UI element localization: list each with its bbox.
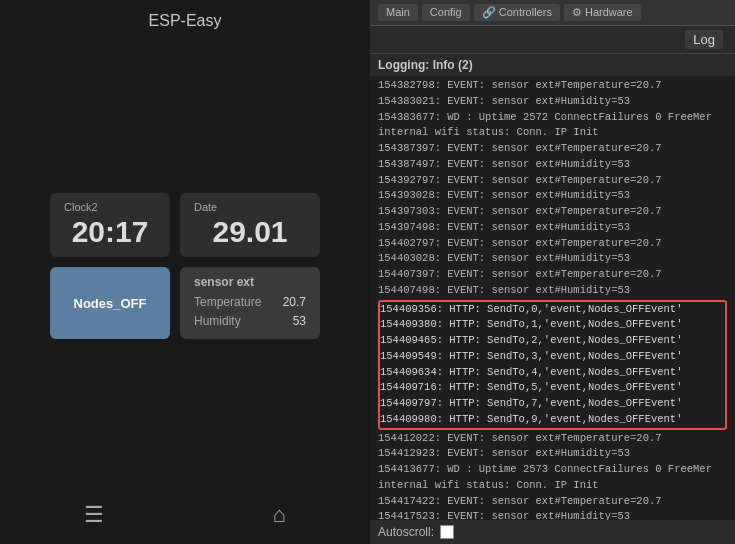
sensor-rows: Temperature20.7Humidity53 <box>194 293 306 331</box>
post-entries: 154412022: EVENT: sensor ext#Temperature… <box>378 431 727 521</box>
autoscroll-label: Autoscroll: <box>378 525 434 539</box>
log-entry: internal wifi status: Conn. IP Init <box>378 125 727 141</box>
log-entry-highlighted: 154409797: HTTP: SendTo,7,'event,Nodes_O… <box>380 396 725 412</box>
sensor-row: Temperature20.7 <box>194 293 306 312</box>
log-entry-highlighted: 154409634: HTTP: SendTo,4,'event,Nodes_O… <box>380 365 725 381</box>
log-title: Logging: Info (2) <box>370 54 735 76</box>
log-entry: 154397303: EVENT: sensor ext#Temperature… <box>378 204 727 220</box>
log-entry: internal wifi status: Conn. IP Init <box>378 478 727 494</box>
pre-entries: 154382798: EVENT: sensor ext#Temperature… <box>378 78 727 299</box>
widgets-area: Clock2 20:17 Date 29.01 Nodes_OFF sensor… <box>0 40 370 492</box>
log-tab[interactable]: Log <box>685 30 723 49</box>
menu-icon[interactable]: ☰ <box>84 502 104 528</box>
log-entry: 154397498: EVENT: sensor ext#Humidity=53 <box>378 220 727 236</box>
log-entry: 154407397: EVENT: sensor ext#Temperature… <box>378 267 727 283</box>
log-entry-highlighted: 154409716: HTTP: SendTo,5,'event,Nodes_O… <box>380 380 725 396</box>
log-entry: 154387397: EVENT: sensor ext#Temperature… <box>378 141 727 157</box>
log-entry: 154382798: EVENT: sensor ext#Temperature… <box>378 78 727 94</box>
date-label: Date <box>194 201 306 213</box>
log-entry: 154413677: WD : Uptime 2573 ConnectFailu… <box>378 462 727 478</box>
sensor-row: Humidity53 <box>194 312 306 331</box>
bottom-bar: ☰ ⌂ <box>0 492 370 544</box>
tab-main[interactable]: Main <box>378 4 418 21</box>
log-entry: 154417523: EVENT: sensor ext#Humidity=53 <box>378 509 727 520</box>
sensor-title: sensor ext <box>194 275 306 289</box>
log-entry-highlighted: 154409380: HTTP: SendTo,1,'event,Nodes_O… <box>380 317 725 333</box>
home-icon[interactable]: ⌂ <box>273 502 286 528</box>
clock-label: Clock2 <box>64 201 156 213</box>
tab-config[interactable]: Config <box>422 4 470 21</box>
autoscroll-row: Autoscroll: <box>370 520 735 544</box>
sensor-val: 20.7 <box>283 293 306 312</box>
log-content[interactable]: 154382798: EVENT: sensor ext#Temperature… <box>370 76 735 520</box>
nav-tab-row: Main Config 🔗 Controllers ⚙ Hardware <box>370 0 735 26</box>
top-widget-row: Clock2 20:17 Date 29.01 <box>50 193 320 257</box>
log-entry: 154417422: EVENT: sensor ext#Temperature… <box>378 494 727 510</box>
autoscroll-checkbox[interactable] <box>440 525 454 539</box>
sensor-widget: sensor ext Temperature20.7Humidity53 <box>180 267 320 339</box>
log-entry: 154393028: EVENT: sensor ext#Humidity=53 <box>378 188 727 204</box>
tab-hardware[interactable]: ⚙ Hardware <box>564 4 641 21</box>
nodes-widget[interactable]: Nodes_OFF <box>50 267 170 339</box>
sensor-key: Humidity <box>194 312 241 331</box>
highlight-box: 154409356: HTTP: SendTo,0,'event,Nodes_O… <box>378 300 727 430</box>
log-entry-highlighted: 154409980: HTTP: SendTo,9,'event,Nodes_O… <box>380 412 725 428</box>
log-entry: 154383677: WD : Uptime 2572 ConnectFailu… <box>378 110 727 126</box>
left-panel: ESP-Easy Clock2 20:17 Date 29.01 Nodes_O… <box>0 0 370 544</box>
log-header: Log <box>370 26 735 54</box>
log-entry-highlighted: 154409465: HTTP: SendTo,2,'event,Nodes_O… <box>380 333 725 349</box>
log-entry: 154403028: EVENT: sensor ext#Humidity=53 <box>378 251 727 267</box>
log-entry-highlighted: 154409549: HTTP: SendTo,3,'event,Nodes_O… <box>380 349 725 365</box>
log-entry: 154392797: EVENT: sensor ext#Temperature… <box>378 173 727 189</box>
sensor-val: 53 <box>293 312 306 331</box>
clock-widget: Clock2 20:17 <box>50 193 170 257</box>
tab-controllers[interactable]: 🔗 Controllers <box>474 4 560 21</box>
sensor-key: Temperature <box>194 293 261 312</box>
log-entry: 154412022: EVENT: sensor ext#Temperature… <box>378 431 727 447</box>
log-entry: 154412923: EVENT: sensor ext#Humidity=53 <box>378 446 727 462</box>
log-entry: 154383021: EVENT: sensor ext#Humidity=53 <box>378 94 727 110</box>
log-entry-highlighted: 154409356: HTTP: SendTo,0,'event,Nodes_O… <box>380 302 725 318</box>
app-title: ESP-Easy <box>149 12 222 30</box>
nodes-label: Nodes_OFF <box>74 296 147 311</box>
date-value: 29.01 <box>194 215 306 249</box>
log-entry: 154407498: EVENT: sensor ext#Humidity=53 <box>378 283 727 299</box>
date-widget: Date 29.01 <box>180 193 320 257</box>
log-entry: 154387497: EVENT: sensor ext#Humidity=53 <box>378 157 727 173</box>
right-panel: Main Config 🔗 Controllers ⚙ Hardware Log… <box>370 0 735 544</box>
bottom-widget-row: Nodes_OFF sensor ext Temperature20.7Humi… <box>50 267 320 339</box>
log-entry: 154402797: EVENT: sensor ext#Temperature… <box>378 236 727 252</box>
clock-value: 20:17 <box>64 215 156 249</box>
